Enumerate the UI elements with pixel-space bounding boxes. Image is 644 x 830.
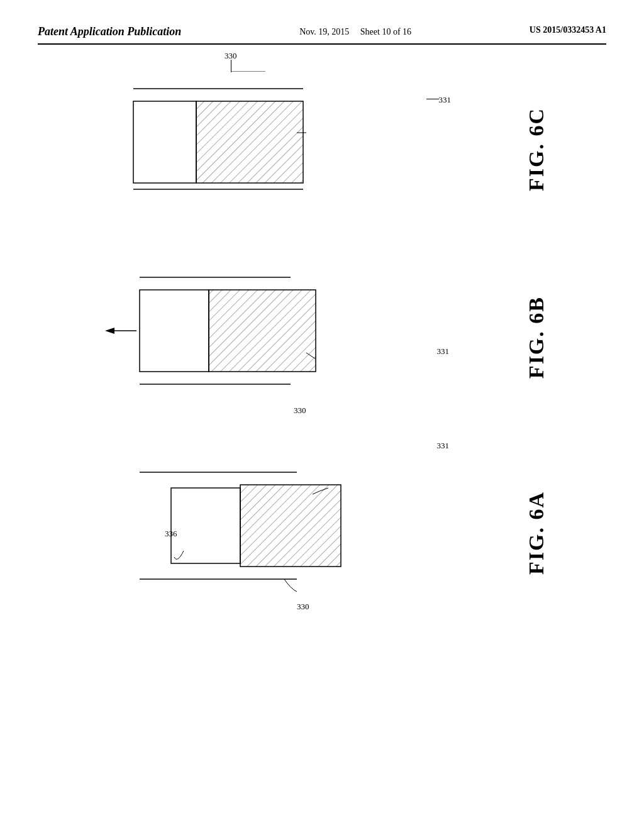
label-336-6a: 336 [165, 529, 177, 539]
fig-label-6a: FIG. 6A [525, 491, 548, 575]
svg-marker-13 [105, 328, 114, 334]
svg-rect-19 [240, 485, 341, 567]
figure-6a: 331 336 330 [102, 453, 542, 598]
label-330-6a: 330 [297, 602, 309, 612]
svg-rect-18 [171, 488, 240, 563]
label-331-6a: 331 [437, 441, 450, 451]
publication-date: Nov. 19, 2015 [299, 27, 349, 36]
header-center: Nov. 19, 2015 Sheet 10 of 16 [299, 25, 411, 38]
label-331-6b: 331 [437, 346, 450, 357]
label-330-6c: 330 [225, 51, 237, 61]
diagram-6b [102, 258, 385, 403]
diagram-6c [102, 70, 385, 208]
publication-title: Patent Application Publication [38, 25, 181, 38]
label-330-6b: 330 [294, 406, 306, 416]
patent-number: US 2015/0332453 A1 [530, 25, 606, 35]
patent-page: Patent Application Publication Nov. 19, … [0, 0, 644, 830]
figure-6b: 331 330 [102, 258, 542, 403]
label-331-6c: 331 [439, 95, 452, 105]
figure-6c: 330 331 [102, 70, 542, 208]
svg-rect-4 [133, 101, 196, 183]
fig-label-6c: FIG. 6C [525, 108, 548, 191]
svg-rect-11 [209, 290, 316, 372]
fig-label-6b: FIG. 6B [525, 296, 548, 379]
svg-rect-10 [140, 290, 209, 372]
sheet-info: Sheet 10 of 16 [360, 27, 411, 36]
svg-rect-5 [196, 101, 303, 183]
figures-container: 330 331 [38, 70, 606, 598]
diagram-6a [102, 453, 385, 598]
page-header: Patent Application Publication Nov. 19, … [38, 25, 606, 45]
